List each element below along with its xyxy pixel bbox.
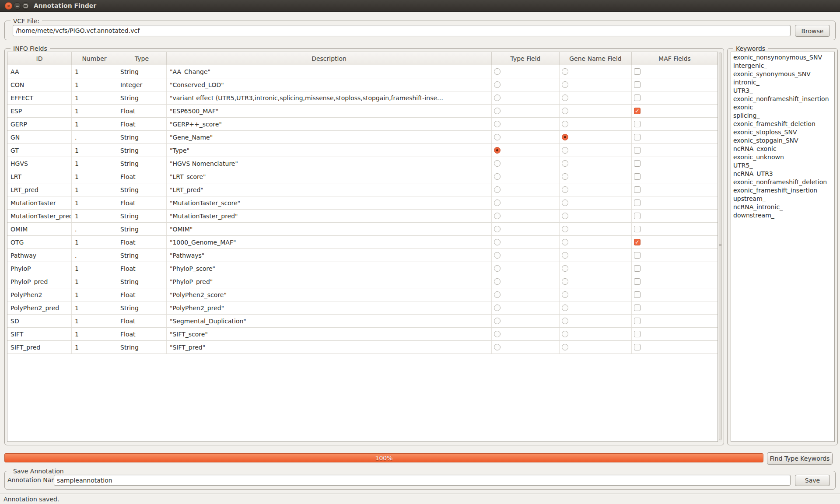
gene-name-field-radio[interactable] (562, 121, 568, 127)
gene-name-field-radio[interactable] (562, 81, 568, 88)
maf-checkbox[interactable] (634, 226, 640, 232)
browse-button[interactable]: Browse (795, 25, 830, 37)
keyword-item[interactable]: exonic_frameshift_insertion (733, 186, 834, 195)
keyword-item[interactable]: splicing_ (733, 112, 834, 120)
type-field-radio[interactable] (494, 108, 500, 114)
keyword-item[interactable]: exonic_nonframeshift_insertion (733, 95, 834, 103)
maf-checkbox[interactable] (634, 160, 640, 167)
find-type-keywords-button[interactable]: Find Type Keywords (767, 452, 833, 465)
type-field-radio[interactable] (494, 147, 500, 154)
table-row[interactable]: LRT1Float"LRT_score" (7, 170, 718, 183)
maf-checkbox[interactable] (634, 68, 640, 75)
close-icon[interactable] (5, 2, 12, 10)
type-field-radio[interactable] (494, 213, 500, 219)
table-row[interactable]: CON1Integer"Conserved_LOD" (7, 78, 718, 91)
column-header-maf-fields[interactable]: MAF Fields (632, 52, 718, 65)
gene-name-field-radio[interactable] (562, 252, 568, 259)
vcf-path-input[interactable] (13, 25, 791, 36)
maf-checkbox[interactable] (634, 94, 640, 101)
keyword-item[interactable]: ncRNA_exonic_ (733, 145, 834, 153)
table-row[interactable]: PhyloP_pred1String"PhyloP_pred" (7, 275, 718, 288)
type-field-radio[interactable] (494, 252, 500, 259)
maf-checkbox[interactable] (634, 304, 640, 311)
keyword-item[interactable]: UTR5_ (733, 161, 834, 170)
keyword-item[interactable]: exonic_stoploss_SNV (733, 128, 834, 136)
type-field-radio[interactable] (494, 344, 500, 350)
type-field-radio[interactable] (494, 186, 500, 193)
table-row[interactable]: SIFT1Float"SIFT_score" (7, 328, 718, 341)
type-field-radio[interactable] (494, 121, 500, 127)
gene-name-field-radio[interactable] (562, 226, 568, 232)
gene-name-field-radio[interactable] (562, 344, 568, 350)
type-field-radio[interactable] (494, 200, 500, 206)
keyword-item[interactable]: exonic_unknown (733, 153, 834, 161)
maf-checkbox[interactable] (634, 121, 640, 127)
type-field-radio[interactable] (494, 226, 500, 232)
keyword-item[interactable]: exonic_synonymous_SNV (733, 70, 834, 78)
gene-name-field-radio[interactable] (562, 134, 568, 140)
column-header-id[interactable]: ID (7, 52, 72, 65)
table-row[interactable]: MutationTaster_pred1String"MutationTaste… (7, 210, 718, 223)
type-field-radio[interactable] (494, 304, 500, 311)
gene-name-field-radio[interactable] (562, 68, 568, 75)
table-row[interactable]: SD1Float"Segmental_Duplication" (7, 315, 718, 328)
type-field-radio[interactable] (494, 173, 500, 180)
keyword-item[interactable]: exonic (733, 103, 834, 112)
maf-checkbox[interactable] (634, 278, 640, 285)
type-field-radio[interactable] (494, 265, 500, 272)
type-field-radio[interactable] (494, 94, 500, 101)
maximize-icon[interactable] (22, 2, 29, 10)
gene-name-field-radio[interactable] (562, 291, 568, 298)
scrollbar-thumb[interactable] (719, 52, 722, 440)
maf-checkbox[interactable] (634, 134, 640, 140)
maf-checkbox[interactable] (634, 213, 640, 219)
keyword-item[interactable]: exonic_frameshift_deletion (733, 120, 834, 128)
keyword-item[interactable]: exonic_stopgain_SNV (733, 136, 834, 145)
maf-checkbox[interactable] (634, 318, 640, 324)
table-row[interactable]: SIFT_pred1String"SIFT_pred" (7, 341, 718, 354)
table-row[interactable]: GERP1Float"GERP++_score" (7, 118, 718, 131)
gene-name-field-radio[interactable] (562, 160, 568, 167)
keyword-item[interactable]: ncRNA_UTR3_ (733, 170, 834, 178)
table-row[interactable]: GN.String"Gene_Name" (7, 131, 718, 144)
annotation-name-input[interactable] (54, 475, 791, 486)
table-row[interactable]: PhyloP1Float"PhyloP_score" (7, 262, 718, 275)
maf-checkbox[interactable] (634, 331, 640, 337)
minimize-icon[interactable] (14, 2, 21, 10)
table-row[interactable]: GT1String"Type" (7, 144, 718, 157)
keyword-item[interactable]: intronic_ (733, 78, 834, 87)
maf-checkbox[interactable] (634, 147, 640, 154)
maf-checkbox[interactable] (634, 173, 640, 180)
table-scrollbar[interactable] (718, 52, 722, 442)
column-header-type-field[interactable]: Type Field (492, 52, 560, 65)
maf-checkbox[interactable] (634, 291, 640, 298)
table-row[interactable]: AA1String"AA_Change" (7, 65, 718, 78)
table-row[interactable]: HGVS1String"HGVS Nomenclature" (7, 157, 718, 170)
maf-checkbox[interactable] (634, 344, 640, 350)
column-header-number[interactable]: Number (72, 52, 117, 65)
maf-checkbox[interactable] (634, 239, 640, 245)
gene-name-field-radio[interactable] (562, 173, 568, 180)
type-field-radio[interactable] (494, 318, 500, 324)
type-field-radio[interactable] (494, 278, 500, 285)
keyword-item[interactable]: exonic_nonframeshift_deletion (733, 178, 834, 186)
type-field-radio[interactable] (494, 68, 500, 75)
table-row[interactable]: OTG1Float"1000_Genome_MAF" (7, 236, 718, 249)
type-field-radio[interactable] (494, 239, 500, 245)
keyword-item[interactable]: intergenic_ (733, 62, 834, 70)
table-row[interactable]: PolyPhen2_pred1String"PolyPhen2_pred" (7, 301, 718, 315)
gene-name-field-radio[interactable] (562, 265, 568, 272)
maf-checkbox[interactable] (634, 200, 640, 206)
gene-name-field-radio[interactable] (562, 304, 568, 311)
table-row[interactable]: LRT_pred1String"LRT_pred" (7, 183, 718, 196)
maf-checkbox[interactable] (634, 252, 640, 259)
maf-checkbox[interactable] (634, 81, 640, 88)
gene-name-field-radio[interactable] (562, 213, 568, 219)
save-button[interactable]: Save (795, 475, 830, 486)
gene-name-field-radio[interactable] (562, 147, 568, 154)
table-row[interactable]: Pathway.String"Pathways" (7, 249, 718, 262)
column-header-description[interactable]: Description (167, 52, 492, 65)
gene-name-field-radio[interactable] (562, 278, 568, 285)
table-row[interactable]: MutationTaster1Float"MutationTaster_scor… (7, 196, 718, 210)
keyword-item[interactable]: exonic_nonsynonymous_SNV (733, 53, 834, 62)
